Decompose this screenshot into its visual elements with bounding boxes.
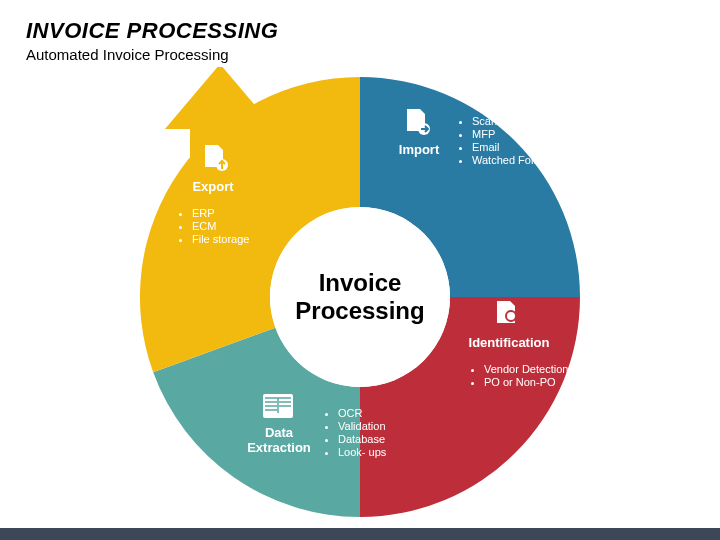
center-line1: Invoice (319, 269, 402, 296)
page-subtitle: Automated Invoice Processing (26, 46, 694, 63)
center-label: Invoice Processing (295, 269, 424, 324)
list-item: Look- ups (338, 446, 386, 458)
import-label: Import (396, 142, 442, 157)
list-item: ERP (192, 207, 249, 219)
extraction-label: Data Extraction (244, 425, 314, 455)
center-circle: Invoice Processing (270, 207, 450, 387)
center-line2: Processing (295, 297, 424, 324)
process-donut: Invoice Processing Import Scanner MFP Em… (130, 67, 590, 527)
list-item: ECM (192, 220, 249, 232)
list-item: PO or Non-PO (484, 376, 568, 388)
import-items: Scanner MFP Email Watched Folder (458, 115, 549, 167)
list-item: Scanner (472, 115, 549, 127)
export-label: Export (188, 179, 238, 194)
form-icon (262, 393, 294, 423)
list-item: Watched Folder (472, 154, 549, 166)
list-item: MFP (472, 128, 549, 140)
extraction-label-text: Data Extraction (247, 425, 311, 455)
export-items: ERP ECM File storage (178, 207, 249, 246)
identification-items: Vendor Detection PO or Non-PO (470, 363, 568, 389)
file-up-icon (200, 143, 230, 177)
list-item: File storage (192, 233, 249, 245)
file-search-icon (492, 299, 522, 333)
extraction-items: OCR Validation Database Look- ups (324, 407, 386, 459)
identification-label: Identification (466, 335, 552, 350)
bottom-bar (0, 528, 720, 540)
list-item: Vendor Detection (484, 363, 568, 375)
file-right-icon (402, 107, 432, 141)
list-item: Email (472, 141, 549, 153)
list-item: Database (338, 433, 386, 445)
list-item: OCR (338, 407, 386, 419)
list-item: Validation (338, 420, 386, 432)
page-title: INVOICE PROCESSING (26, 18, 694, 44)
